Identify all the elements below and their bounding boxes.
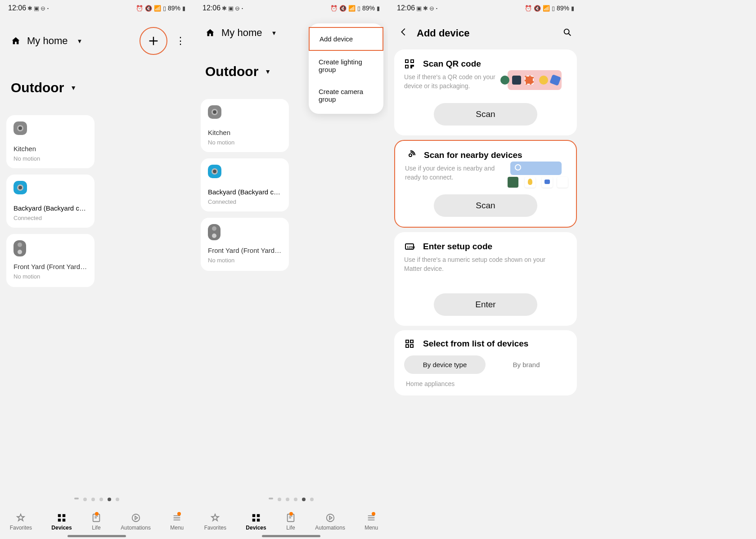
chevron-down-icon: ▼: [271, 30, 277, 36]
svg-point-11: [326, 514, 334, 522]
menu-add-device[interactable]: Add device: [309, 27, 383, 51]
svg-rect-6: [252, 514, 255, 517]
status-time: 12:06: [8, 4, 26, 12]
enter-button[interactable]: Enter: [434, 293, 537, 316]
star-icon: [16, 513, 26, 523]
scan-button[interactable]: Scan: [434, 103, 537, 126]
home-selector[interactable]: My home ▼: [11, 35, 82, 47]
nav-favorites[interactable]: Favorites: [10, 513, 32, 531]
status-time: 12:06: [397, 4, 415, 12]
device-card-kitchen[interactable]: Kitchen No motion: [6, 115, 94, 168]
panel-description: Use if there's a QR code on your device …: [404, 73, 499, 90]
status-signal-icon: ▯: [163, 5, 166, 12]
device-card-frontyard[interactable]: Front Yard (Front Yard doorbell) No moti…: [201, 218, 289, 271]
nav-automations[interactable]: Automations: [121, 513, 151, 531]
chevron-down-icon: ▼: [70, 84, 76, 91]
svg-rect-16: [411, 65, 412, 66]
svg-point-12: [564, 29, 569, 34]
home-indicator: [262, 535, 320, 537]
device-status: No motion: [208, 257, 282, 264]
svg-point-19: [409, 154, 412, 157]
nav-automations[interactable]: Automations: [315, 513, 345, 531]
device-card-frontyard[interactable]: Front Yard (Front Yard doorbell) No moti…: [6, 234, 94, 287]
panel-scan-qr[interactable]: Scan QR code Use if there's a QR code on…: [394, 49, 577, 135]
scan-button[interactable]: Scan: [434, 194, 537, 217]
panel-title: Scan for nearby devices: [424, 150, 522, 160]
device-status: No motion: [208, 139, 282, 146]
nav-menu[interactable]: Menu: [364, 513, 378, 531]
nav-life[interactable]: Life: [91, 513, 101, 531]
device-title: Kitchen: [208, 129, 282, 136]
menu-create-lighting-group[interactable]: Create lighting group: [309, 51, 383, 81]
device-card-backyard[interactable]: Backyard (Backyard camera) Connected: [201, 158, 289, 211]
bottom-nav: Favorites Devices Life Automations Menu: [0, 505, 194, 539]
screen-1: 12:06 ✱ ▣ ⊖ · ⏰ 🔇 📶 ▯ 89% ▮ My home ▼ ⋮: [0, 0, 194, 539]
page-indicator: [0, 498, 194, 501]
screen-2: 12:06 ✱▣⊖· ⏰🔇📶▯ 89%▮ My home ▼ Add devic…: [194, 0, 388, 539]
panel-enter-code[interactable]: 1234 Enter setup code Use if there's a n…: [394, 232, 577, 325]
panel-description: Use if there's a numeric setup code show…: [404, 256, 548, 273]
add-button[interactable]: [140, 27, 167, 55]
nav-menu[interactable]: Menu: [170, 513, 184, 531]
home-icon: [205, 28, 215, 38]
search-button[interactable]: [562, 27, 572, 39]
status-mute-icon: 🔇: [145, 5, 152, 12]
nav-life[interactable]: Life: [286, 513, 296, 531]
svg-rect-17: [413, 65, 414, 66]
room-selector[interactable]: Outdoor ▼: [0, 60, 194, 103]
svg-rect-18: [411, 67, 412, 68]
status-wifi-icon: 📶: [154, 5, 161, 12]
panel-title: Enter setup code: [423, 242, 492, 252]
bottom-nav: Favorites Devices Life Automations Menu: [194, 505, 388, 539]
nav-devices[interactable]: Devices: [51, 513, 72, 531]
pill-by-brand[interactable]: By brand: [486, 355, 567, 374]
nav-label: Devices: [51, 525, 72, 531]
status-battery-pct: 89%: [362, 4, 375, 12]
svg-rect-0: [58, 514, 61, 517]
grid-icon: [57, 513, 67, 523]
status-bar: 12:06 ✱ ▣ ⊖ · ⏰ 🔇 📶 ▯ 89% ▮: [0, 0, 194, 16]
overflow-menu: Add device Create lighting group Create …: [309, 23, 383, 114]
home-selector[interactable]: My home ▼: [205, 27, 277, 39]
chevron-left-icon: [399, 27, 409, 37]
star-icon: [210, 513, 220, 523]
list-section-home-appliances[interactable]: Home appliances: [406, 380, 565, 387]
device-grid: Kitchen No motion Backyard (Backyard cam…: [194, 87, 388, 283]
status-image-icon: ▣: [34, 5, 39, 12]
device-title: Backyard (Backyard camera): [14, 204, 87, 212]
device-title: Front Yard (Front Yard doorbell): [14, 263, 87, 270]
pill-by-device-type[interactable]: By device type: [404, 355, 486, 374]
overflow-menu-button[interactable]: ⋮: [176, 35, 185, 47]
nav-label: Automations: [121, 525, 151, 531]
camera-icon: [208, 165, 221, 178]
device-title: Kitchen: [14, 145, 87, 153]
device-title: Front Yard (Front Yard doorbell): [208, 247, 282, 254]
nav-favorites[interactable]: Favorites: [204, 513, 226, 531]
menu-create-camera-group[interactable]: Create camera group: [309, 81, 383, 110]
panel-scan-nearby[interactable]: Scan for nearby devices Use if your devi…: [394, 140, 577, 228]
svg-rect-25: [410, 345, 413, 347]
status-more-icon: ·: [47, 4, 49, 12]
code-icon: 1234: [404, 241, 415, 252]
play-circle-icon: [325, 513, 335, 523]
panel-description: Use if your device is nearby and ready t…: [405, 164, 500, 182]
room-label: Outdoor: [11, 80, 64, 95]
nav-label: Automations: [315, 525, 345, 531]
camera-icon: [14, 121, 27, 135]
status-battery-icon: ▮: [182, 5, 185, 12]
svg-rect-14: [411, 60, 414, 63]
svg-rect-7: [257, 514, 260, 517]
back-button[interactable]: [399, 27, 409, 40]
device-card-kitchen[interactable]: Kitchen No motion: [201, 99, 289, 152]
status-app-icon: ✱: [27, 5, 32, 12]
svg-text:1234: 1234: [407, 245, 415, 249]
nav-label: Favorites: [10, 525, 32, 531]
device-card-backyard[interactable]: Backyard (Backyard camera) Connected: [6, 175, 94, 228]
home-icon: [11, 36, 21, 46]
nav-label: Devices: [246, 525, 266, 531]
apps-icon: [404, 338, 415, 349]
svg-rect-23: [410, 340, 413, 343]
pill-tabs: By device type By brand: [404, 355, 567, 374]
add-device-header: Add device: [389, 16, 582, 45]
nav-devices[interactable]: Devices: [246, 513, 266, 531]
